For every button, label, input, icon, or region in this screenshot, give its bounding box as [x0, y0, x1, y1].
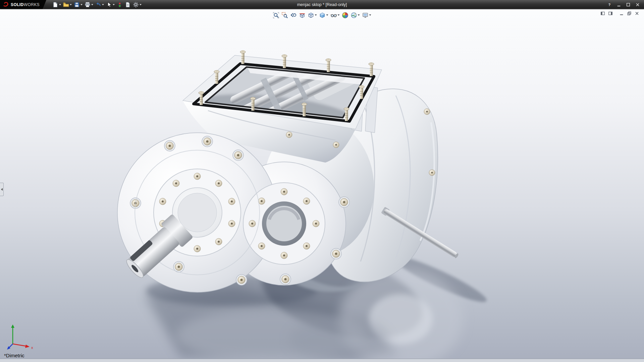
doc-pane-left-icon — [600, 11, 605, 16]
dropdown-caret-icon[interactable] — [326, 14, 328, 16]
window-controls — [605, 1, 644, 8]
titlebar: SOLIDWORKS menjac sklop * [Read-only] — [0, 0, 644, 9]
display-style-icon — [319, 12, 326, 18]
dropdown-caret-icon[interactable] — [338, 14, 340, 16]
heads-up-view-toolbar — [272, 11, 372, 19]
section-view-button[interactable] — [299, 11, 306, 19]
previous-view-button[interactable] — [290, 11, 298, 19]
x-axis — [13, 344, 27, 346]
rebuild-button[interactable] — [116, 1, 123, 8]
save-button[interactable] — [73, 1, 83, 8]
zoom-to-fit-button[interactable] — [272, 11, 280, 19]
x-axis-arrowhead — [25, 345, 30, 348]
dropdown-caret-icon[interactable] — [369, 14, 371, 16]
view-orientation-icon — [308, 12, 314, 18]
zoom-to-area-button[interactable] — [281, 11, 289, 19]
save-icon — [74, 2, 80, 8]
zoom-to-area-icon — [282, 12, 288, 18]
select-icon — [106, 2, 112, 8]
dropdown-caret-icon[interactable] — [315, 14, 317, 16]
view-orientation-button[interactable] — [307, 11, 318, 19]
hide-show-items-button[interactable] — [330, 11, 340, 19]
view-orientation-label: *Dimetric — [4, 353, 24, 358]
open-button[interactable] — [62, 1, 72, 8]
zoom-to-fit-icon — [273, 12, 279, 18]
previous-view-icon — [290, 12, 297, 18]
doc-restore-icon — [627, 11, 632, 16]
x-axis-label: x — [31, 346, 33, 350]
window-minimize-icon — [616, 2, 621, 7]
brand-name-secondary: WORKS — [24, 2, 40, 7]
doc-pane-left-button[interactable] — [599, 10, 606, 16]
dropdown-caret-icon[interactable] — [102, 4, 104, 5]
doc-pane-right-button[interactable] — [607, 10, 613, 16]
dropdown-caret-icon[interactable] — [358, 14, 360, 16]
featuremanager-collapsed-tab[interactable] — [0, 183, 4, 196]
window-maximize-button[interactable] — [624, 1, 633, 8]
edit-appearance-icon — [342, 12, 348, 18]
view-settings-icon — [362, 12, 369, 18]
window-close-button[interactable] — [633, 1, 642, 8]
window-minimize-button[interactable] — [614, 1, 623, 8]
new-document-button[interactable] — [52, 1, 62, 8]
document-window-controls — [599, 10, 640, 16]
brand-name: SOLIDWORKS — [11, 2, 40, 7]
undo-button[interactable] — [95, 1, 105, 8]
rebuild-icon — [117, 2, 123, 8]
window-title: menjac sklop * [Read-only] — [297, 2, 347, 7]
status-bar — [0, 359, 644, 362]
window-close-icon — [635, 2, 640, 7]
ds-logo-icon — [3, 2, 9, 7]
undo-icon — [95, 2, 101, 8]
hide-show-items-icon — [331, 12, 337, 18]
select-button[interactable] — [105, 1, 115, 8]
doc-restore-button[interactable] — [626, 10, 632, 16]
dropdown-caret-icon[interactable] — [140, 4, 142, 5]
main-toolbar — [52, 1, 142, 8]
display-style-button[interactable] — [319, 11, 329, 19]
dropdown-caret-icon[interactable] — [91, 4, 93, 5]
dropdown-caret-icon[interactable] — [113, 4, 115, 5]
open-icon — [63, 2, 69, 8]
apply-scene-button[interactable] — [350, 11, 361, 19]
dropdown-caret-icon[interactable] — [70, 4, 72, 5]
file-properties-icon — [125, 2, 131, 8]
doc-close-button[interactable] — [634, 10, 640, 16]
view-settings-button[interactable] — [362, 11, 372, 19]
print-icon — [85, 2, 91, 8]
section-view-icon — [299, 12, 306, 18]
doc-minimize-button[interactable] — [618, 10, 625, 16]
edit-appearance-button[interactable] — [341, 11, 349, 19]
window-help-icon — [607, 2, 612, 7]
app-brand: SOLIDWORKS — [0, 0, 46, 9]
doc-minimize-icon — [619, 11, 624, 16]
doc-pane-right-icon — [608, 11, 613, 16]
y-axis-arrowhead — [11, 324, 14, 328]
brand-name-primary: SOLID — [11, 2, 24, 7]
orientation-triad: x — [5, 322, 36, 353]
options-button[interactable] — [132, 1, 142, 8]
graphics-area[interactable] — [0, 0, 644, 362]
apply-scene-icon — [351, 12, 357, 18]
doc-close-icon — [635, 11, 639, 16]
file-properties-button[interactable] — [124, 1, 131, 8]
new-document-icon — [52, 2, 58, 8]
window-maximize-icon — [626, 2, 631, 7]
print-button[interactable] — [84, 1, 94, 8]
dropdown-caret-icon[interactable] — [80, 4, 83, 5]
window-help-button[interactable] — [605, 1, 614, 8]
options-icon — [133, 2, 139, 8]
dropdown-caret-icon[interactable] — [59, 4, 61, 5]
